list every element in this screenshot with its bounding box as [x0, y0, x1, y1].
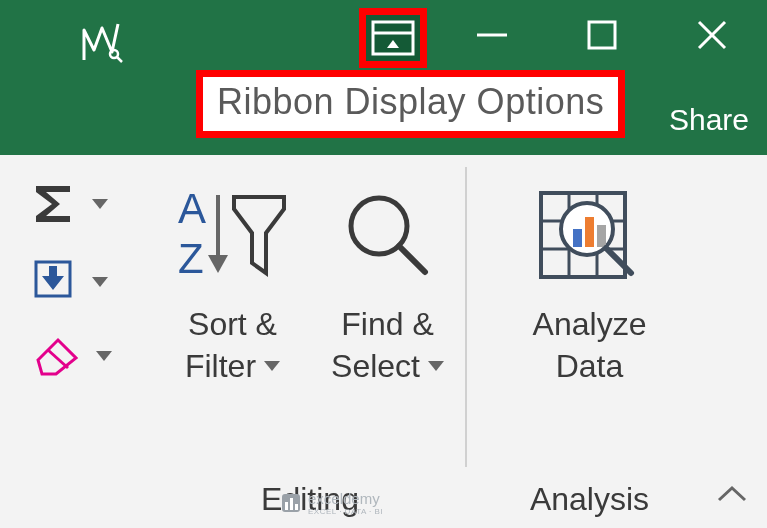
tooltip-text: Ribbon Display Options — [217, 81, 604, 122]
editing-group: A Z Sort & Filter — [155, 155, 465, 528]
clear-button[interactable] — [30, 336, 112, 376]
analyze-data-button[interactable]: Analyze Data — [533, 155, 647, 528]
chevron-up-icon — [715, 482, 749, 506]
svg-rect-27 — [295, 504, 298, 510]
share-button[interactable]: Share — [669, 103, 749, 137]
collapse-ribbon-button[interactable] — [715, 482, 749, 510]
dropdown-caret-icon — [96, 351, 112, 361]
analysis-group: Analyze Data Analysis — [467, 155, 712, 528]
watermark-icon — [280, 492, 302, 514]
sort-filter-icon: A Z — [178, 185, 288, 285]
find-select-label-1: Find & — [341, 304, 433, 346]
sort-filter-button[interactable]: A Z Sort & Filter — [155, 155, 310, 460]
svg-point-0 — [110, 50, 118, 58]
fill-button[interactable] — [30, 258, 108, 306]
magnify-icon — [343, 190, 433, 280]
dropdown-caret-icon — [92, 277, 108, 287]
sigma-icon — [30, 180, 80, 228]
watermark: exceldemy EXCEL · DATA · BI — [280, 490, 383, 516]
autosum-button[interactable] — [30, 180, 108, 228]
svg-line-13 — [399, 246, 425, 272]
dropdown-caret-icon — [92, 199, 108, 209]
share-label: Share — [669, 103, 749, 136]
ribbon-display-tooltip: Ribbon Display Options — [196, 70, 625, 138]
sort-filter-label-1: Sort & — [188, 304, 277, 346]
ribbon-display-options-button[interactable] — [359, 8, 427, 68]
svg-rect-25 — [285, 502, 288, 510]
quick-access-icon[interactable] — [78, 20, 124, 70]
find-select-label-2: Select — [331, 346, 420, 388]
dropdown-caret-icon — [428, 361, 444, 371]
editing-small-buttons — [0, 155, 155, 528]
svg-line-23 — [606, 248, 631, 273]
analyze-data-label-1: Analyze — [533, 304, 647, 346]
analyze-data-label-2: Data — [556, 346, 624, 388]
dropdown-caret-icon — [264, 361, 280, 371]
analyze-data-icon — [535, 185, 645, 285]
fill-down-icon — [30, 258, 80, 306]
minimize-button[interactable] — [437, 3, 547, 68]
eraser-icon — [30, 336, 84, 376]
svg-text:Z: Z — [178, 235, 204, 282]
svg-line-1 — [117, 57, 122, 62]
close-button[interactable] — [657, 3, 767, 68]
svg-rect-26 — [290, 498, 293, 510]
svg-rect-5 — [589, 22, 615, 48]
svg-rect-22 — [597, 225, 606, 247]
analysis-group-label: Analysis — [467, 481, 712, 518]
sort-filter-label-2: Filter — [185, 346, 256, 388]
svg-rect-2 — [373, 22, 413, 54]
ribbon: A Z Sort & Filter — [0, 155, 767, 528]
window-controls — [359, 0, 767, 70]
find-select-button[interactable]: Find & Select — [310, 155, 465, 460]
svg-rect-20 — [573, 229, 582, 247]
maximize-button[interactable] — [547, 3, 657, 68]
titlebar: Ribbon Display Options Share — [0, 0, 767, 155]
watermark-tag: EXCEL · DATA · BI — [308, 507, 383, 516]
svg-text:A: A — [178, 185, 206, 232]
svg-rect-21 — [585, 217, 594, 247]
watermark-brand: exceldemy — [308, 490, 383, 507]
